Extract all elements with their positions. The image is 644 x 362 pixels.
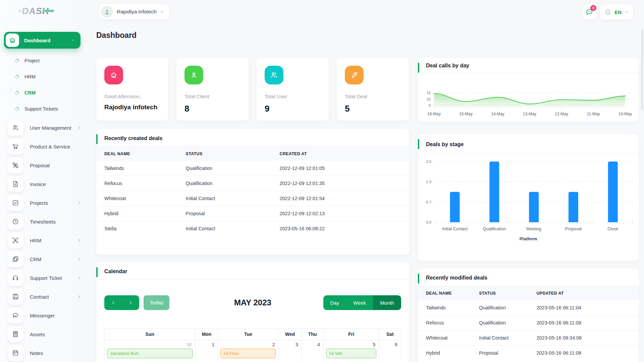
svg-text:14-May: 14-May [491,112,504,116]
deal-name: Whitecoat [96,191,178,206]
date-number: 2 [218,340,278,348]
menu-item-label: Assets [30,331,45,337]
day-header: Sat [379,328,401,340]
calendar-view-week[interactable]: Week [346,295,373,310]
calendar-day-cell[interactable]: 5 Hi-Veil [324,340,379,362]
avatar [101,6,113,17]
table-row: Whitecoat Initial Contact 2023-05-16 09:… [418,330,639,346]
deal-updated-at: 2023-05-16 06:11:08 [528,346,639,361]
sidebar-item-proposal[interactable]: Proposal [4,156,88,175]
sidebar-subitem-hrm[interactable]: HRM [4,69,88,85]
user-focus-icon [7,232,23,248]
floppy-icon [7,289,23,305]
sidebar-item-user-management[interactable]: User Management [4,118,88,137]
chevron-left-icon [111,301,115,305]
sidebar-item-projects[interactable]: Projects [4,193,88,212]
company-selector[interactable]: Rajodiya infotech [99,4,169,19]
cards-icon [7,251,23,267]
sidebar-item-crm-group[interactable]: CRM [4,250,88,268]
sidebar-item-messenger[interactable]: Messenger [4,306,88,325]
calendar-event[interactable]: Hi-Flow [220,349,276,358]
chevron-right-icon [77,238,81,242]
left-column: Good Afternoon, Rajodiya infotech Total … [96,58,409,362]
scrollbar[interactable] [641,29,643,110]
person-icon [104,8,110,15]
bullet-icon [14,58,19,63]
stat-label: Total Client [184,94,240,99]
globe-icon [604,9,611,16]
menu-item-label: Proposal [30,163,50,168]
deal-status: Qualification [178,161,272,176]
calendar-event[interactable]: Hi-Veil [326,349,376,358]
calendar-day-cell[interactable]: 3 [278,340,302,362]
stat-value: Rajodiya infotech [104,104,160,111]
home-icon [104,66,123,84]
deal-status: Proposal [471,346,528,361]
sidebar-item-timesheets[interactable]: Timesheets [4,212,88,231]
calendar-day-cell[interactable]: 30 Geraldine Burt [105,340,196,362]
calendar-day-header-row: Sun Mon Tue Wed Thu Fri Sat [105,328,401,340]
subitem-label: HRM [24,74,36,79]
sidebar-item-product-service[interactable]: Product & Service [4,137,88,156]
stat-label: Good Afternoon, [104,94,160,99]
bullet-icon [14,106,19,111]
menu-item-label: HRM [30,238,41,243]
deals-by-stage-bar-chart: 2.01.30.70.0Initial ContactQualification… [418,154,639,251]
calendar-view-month[interactable]: Month [373,295,401,310]
recently-modified-deals-card: Recently modified deals DEAL NAME STATUS… [418,268,639,362]
stat-value: 5 [345,104,401,114]
card-header: Deals by stage [418,134,639,154]
calendar-event[interactable]: Geraldine Burt [107,349,193,358]
column-header: STATUS [471,286,528,300]
svg-text:10-May: 10-May [619,112,632,116]
deal-status: Qualification [471,300,528,315]
calendar-nav-group [104,295,139,310]
day-header: Tue [218,328,278,340]
sidebar-subitem-support-tickets[interactable]: Support Tickets [4,101,88,117]
language-selector[interactable]: EN [600,4,633,20]
svg-text:12-May: 12-May [555,112,568,116]
sidebar-subitem-project[interactable]: Project [4,53,88,69]
chevron-down-icon [71,38,75,42]
deal-status: Initial Contact [178,191,272,206]
sidebar-item-invoice[interactable]: Invoice [4,175,88,193]
calendar-next-button[interactable] [122,295,139,310]
deal-status: Proposal [178,206,272,221]
chevron-right-icon [128,301,133,305]
deal-name: Hybrid [418,346,471,361]
svg-text:0.7: 0.7 [426,200,431,204]
svg-text:0.0: 0.0 [426,220,431,224]
calendar-day-cell[interactable]: 6 [379,340,401,362]
messages-badge: 0 [590,5,596,11]
calendar-view-day[interactable]: Day [323,295,346,310]
menu-item-label: Notes [30,350,43,356]
deal-created-at: 2023-05-16 06:08:22 [271,221,409,236]
deal-calls-area-chart: 1510516-May15-May14-May13-May12-May11-Ma… [418,73,639,121]
greeting-card: Good Afternoon, Rajodiya infotech [96,58,168,121]
deal-updated-at: 2023-05-16 06:11:09 [528,315,639,330]
subitem-label: CRM [24,90,36,96]
sidebar-item-support-ticket-group[interactable]: Support Ticket [4,268,88,287]
calendar-today-button[interactable]: Today [144,295,169,310]
sidebar-subitem-crm[interactable]: CRM [4,85,88,101]
calculator-icon [7,326,23,342]
calendar-prev-button[interactable] [104,295,122,310]
calendar-day-cell[interactable]: 1 [195,340,218,362]
svg-text:Proposal: Proposal [565,227,582,231]
deal-status: Initial Contact [178,221,272,236]
sidebar-item-notes[interactable]: Notes [4,344,88,362]
menu-item-label: Contract [30,294,49,300]
sidebar-item-hrm-group[interactable]: HRM [4,231,88,250]
language-label: EN [614,9,622,15]
sidebar: Dashboard Project HRM CRM Support Ticket… [0,0,88,362]
calendar-day-cell[interactable]: 4 [302,340,324,362]
sidebar-item-contract[interactable]: Contract [4,287,88,306]
chevron-right-icon [77,295,81,299]
sidebar-item-dashboard[interactable]: Dashboard [4,32,80,49]
sidebar-item-assets[interactable]: Assets [4,325,88,344]
card-title: Deals by stage [426,141,631,147]
recently-created-deals-card: Recently created deals DEAL NAME STATUS … [96,129,409,255]
day-header: Thu [302,328,324,340]
messages-button[interactable]: 0 [582,4,596,20]
calendar-day-cell[interactable]: 2 Hi-Flow [218,340,278,362]
